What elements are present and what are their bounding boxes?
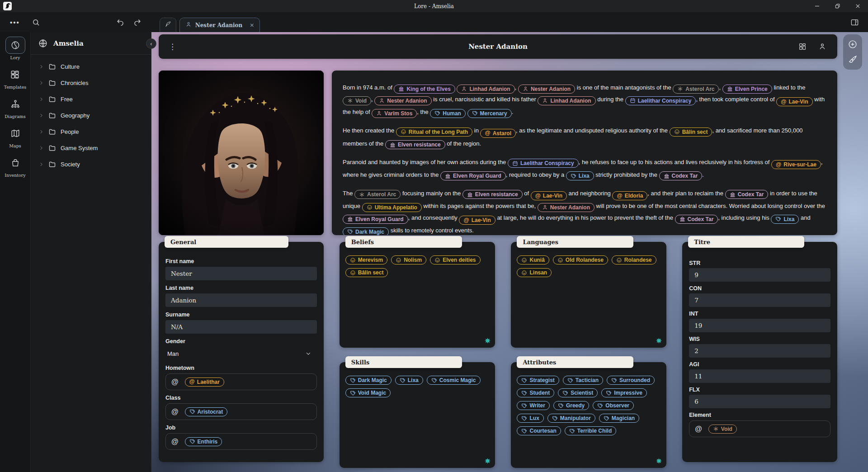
chip-nester-adanion[interactable]: Nester Adanion	[374, 96, 431, 105]
chip-astarol[interactable]: @Astarol	[480, 129, 516, 138]
card-general-title[interactable]: General	[165, 236, 288, 248]
first-name-input[interactable]: Nester	[165, 267, 317, 280]
character-portrait[interactable]	[159, 71, 324, 235]
element-reference-field[interactable]: @Void	[689, 420, 830, 437]
chip-codex-tar[interactable]: Codex Tar	[725, 190, 769, 199]
panel-toggle-icon[interactable]	[850, 18, 859, 27]
tree-item-society[interactable]: Society	[31, 156, 151, 172]
tree-item-culture[interactable]: Culture	[31, 58, 151, 75]
chip-enthiris[interactable]: Enthiris	[185, 437, 222, 446]
chip-codex-tar[interactable]: Codex Tar	[659, 171, 703, 180]
chevron-right-icon[interactable]	[39, 129, 44, 134]
rail-item-lory[interactable]: Lory	[5, 37, 25, 60]
card-skills-title[interactable]: Skills	[345, 356, 462, 368]
chip-surrounded[interactable]: Surrounded	[607, 376, 655, 385]
chip-dark-magic[interactable]: Dark Magic	[343, 227, 389, 235]
tree-item-game-system[interactable]: Game System	[31, 140, 151, 156]
tree-item-geography[interactable]: Geography	[31, 107, 151, 123]
chip-king-of-the-elves[interactable]: King of the Elves	[394, 85, 455, 94]
sync-icon[interactable]	[484, 337, 491, 344]
chip-void-magic[interactable]: Void Magic	[345, 388, 391, 397]
chevron-right-icon[interactable]	[39, 146, 44, 151]
chip-elven-resistance[interactable]: Elven resistance	[385, 140, 445, 149]
chip-merevism[interactable]: Merevism	[345, 255, 387, 264]
chip-courtesan[interactable]: Courtesan	[517, 426, 561, 435]
chip-elven-royal-guard[interactable]: Elven Royal Guard	[343, 215, 408, 224]
chevron-right-icon[interactable]	[39, 113, 44, 118]
collapse-panel-button[interactable]: ‹	[146, 38, 156, 49]
chip-greedy[interactable]: Greedy	[553, 401, 589, 410]
chip-linhad-adanion[interactable]: Linhad Adanion	[457, 85, 514, 94]
class-reference-field[interactable]: @Aristocrat	[165, 403, 317, 420]
chevron-right-icon[interactable]	[39, 97, 44, 102]
chip-mercenary[interactable]: Mercenary	[467, 109, 512, 118]
card-attributes-title[interactable]: Attributes	[517, 356, 633, 368]
sync-icon[interactable]	[484, 458, 491, 464]
chevron-right-icon[interactable]	[39, 80, 44, 85]
chip-eldoria[interactable]: @Eldoria	[612, 191, 647, 200]
chip-ritual-of-the-long-path[interactable]: Ritual of the Long Path	[396, 127, 472, 137]
chip-manipulator[interactable]: Manipulator	[547, 414, 595, 423]
chip-lux[interactable]: Lux	[517, 414, 543, 423]
chip-asterol-arc[interactable]: Asterol Arc	[354, 190, 401, 199]
sync-icon[interactable]	[656, 458, 662, 464]
card-beliefs-title[interactable]: Beliefs	[345, 236, 462, 248]
chip-lae-vin[interactable]: @Lae-Vin	[459, 216, 495, 225]
chip-writer[interactable]: Writer	[517, 401, 549, 410]
job-reference-field[interactable]: @Enthiris	[165, 433, 317, 450]
hometown-reference-field[interactable]: @@Laelithar	[165, 373, 317, 390]
stat-flx-input[interactable]: 6	[689, 395, 830, 408]
stat-str-input[interactable]: 9	[689, 268, 830, 282]
rail-item-diagrams[interactable]: Diagrams	[5, 95, 26, 119]
menu-ellipsis-button[interactable]: •••	[10, 19, 20, 26]
chip-strategist[interactable]: Strategist	[517, 376, 559, 385]
sync-icon[interactable]	[656, 337, 662, 344]
chip-lixa[interactable]: Lixa	[771, 215, 799, 224]
tree-item-free[interactable]: Free	[31, 91, 151, 107]
chip-rive-sur-lae[interactable]: @Rive-sur-Lae	[771, 160, 821, 169]
chip-codex-tar[interactable]: Codex Tar	[675, 215, 718, 224]
chip-linhad-adanion[interactable]: Linhad Adanion	[538, 96, 595, 105]
chip-elven-royal-guard[interactable]: Elven Royal Guard	[440, 171, 506, 180]
chip-dark-magic[interactable]: Dark Magic	[345, 376, 392, 385]
chip-void[interactable]: Void	[343, 96, 371, 105]
chip-laelithar-conspiracy[interactable]: Laelithar Conspiracy	[508, 159, 579, 168]
chip-linsan[interactable]: Linsan	[517, 268, 552, 277]
add-circle-icon[interactable]	[848, 39, 858, 49]
paintbrush-icon[interactable]	[848, 55, 858, 65]
chip-impressive[interactable]: Impressive	[601, 388, 647, 397]
chip-elven-resistance[interactable]: Elven resistance	[462, 190, 523, 199]
chip-b-lin-sect[interactable]: Bâlin sect	[670, 127, 712, 137]
chip-kuni[interactable]: Kuniâ	[517, 255, 549, 264]
chip-student[interactable]: Student	[517, 388, 554, 397]
stat-wis-input[interactable]: 2	[689, 344, 830, 358]
chip-rolandese[interactable]: Rolandese	[612, 255, 656, 264]
chip-lixa[interactable]: Lixa	[395, 376, 423, 385]
chip-laelithar[interactable]: @Laelithar	[185, 378, 224, 387]
stat-int-input[interactable]: 19	[689, 319, 830, 332]
chip-lae-vin[interactable]: @Lae-Vin	[776, 97, 812, 106]
chevron-right-icon[interactable]	[39, 64, 44, 69]
chip-nester-adanion[interactable]: Nester Adanion	[538, 203, 594, 212]
chip-var-m-stos[interactable]: Varîm Stos	[372, 109, 417, 118]
tab-nester-adanion[interactable]: Nester Adanion ✕	[179, 18, 260, 32]
chip-nolism[interactable]: Nolism	[391, 255, 426, 264]
gender-select[interactable]: Man	[165, 347, 317, 360]
chip-tactician[interactable]: Tactician	[563, 376, 603, 385]
last-name-input[interactable]: Adanion	[165, 293, 317, 307]
chip-scientist[interactable]: Scientist	[558, 388, 598, 397]
chip-old-rolandese[interactable]: Old Rolandese	[553, 255, 608, 264]
tab-pinned-quill[interactable]	[160, 18, 176, 32]
tree-item-chronicles[interactable]: Chronicles	[31, 75, 151, 91]
chip-ultima-appelatio[interactable]: Ultima Appelatio	[362, 203, 422, 212]
chip-nester-adanion[interactable]: Nester Adanion	[518, 85, 575, 94]
chip-observer[interactable]: Observer	[593, 401, 634, 410]
chip-elven-deities[interactable]: Elven deities	[430, 255, 480, 264]
rail-item-templates[interactable]: Templates	[4, 66, 26, 90]
chip-asterol-arc[interactable]: Asterol Arc	[673, 85, 719, 94]
chip-void[interactable]: Void	[708, 425, 737, 434]
redo-icon[interactable]	[133, 18, 142, 27]
search-icon[interactable]	[32, 18, 40, 27]
chevron-right-icon[interactable]	[39, 162, 44, 167]
card-titre-title[interactable]: Titre	[688, 236, 804, 248]
